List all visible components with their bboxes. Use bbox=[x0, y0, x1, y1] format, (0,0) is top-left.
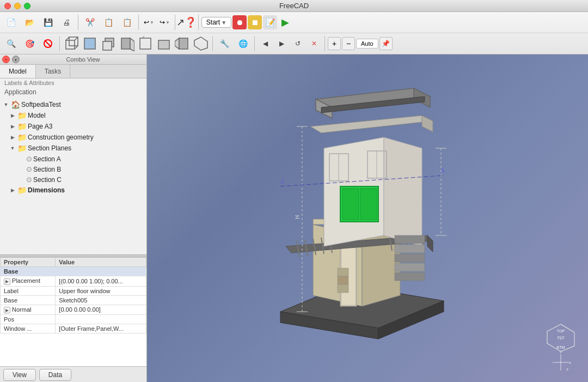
toggle-dimensions[interactable]: ▶ bbox=[9, 186, 16, 194]
prop-normal-value: [0.00 0.00 0.00] bbox=[56, 305, 146, 315]
svg-rect-14 bbox=[158, 40, 169, 49]
view-bottom-button[interactable] bbox=[155, 35, 173, 52]
nav-forward-button[interactable]: ▶ bbox=[274, 36, 289, 51]
section-a-label: Section A bbox=[33, 155, 61, 163]
tree-item-model[interactable]: ▶ 📁 Model bbox=[0, 110, 146, 121]
cut-button[interactable]: ✂️ bbox=[81, 14, 99, 31]
draw-style-button[interactable] bbox=[39, 35, 57, 52]
zoom-pin-button[interactable]: 📌 bbox=[379, 37, 393, 50]
nav-stop-button[interactable]: ✕ bbox=[307, 36, 322, 51]
macro-start-label: Start bbox=[206, 19, 220, 26]
toggle-construction[interactable]: ▶ bbox=[9, 134, 16, 141]
view-rear-button[interactable] bbox=[137, 35, 154, 52]
model-tree[interactable]: ▼ 🏠 SoftpediaTest ▶ 📁 Model ▶ 📁 Page A3 … bbox=[0, 97, 146, 254]
pointer-button[interactable]: ↗❓ bbox=[178, 14, 195, 31]
nav-refresh-button[interactable]: ↺ bbox=[290, 36, 305, 51]
copy-button[interactable]: 📋 bbox=[100, 14, 117, 31]
nav-back-button[interactable]: ◀ bbox=[258, 36, 273, 51]
tree-item-section-planes[interactable]: ▼ 📁 Section Planes bbox=[0, 143, 146, 154]
tree-item-softpedia[interactable]: ▼ 🏠 SoftpediaTest bbox=[0, 99, 146, 110]
combo-dock-button[interactable]: • bbox=[12, 56, 20, 63]
combo-close-button[interactable]: × bbox=[2, 56, 10, 63]
prop-row-placement: ▶ Placement [(0.00 0.00 1.00); 0.00... bbox=[1, 276, 146, 287]
tree-item-page-a3[interactable]: ▶ 📁 Page A3 bbox=[0, 121, 146, 132]
tree-app-label: Application bbox=[0, 87, 146, 97]
traffic-lights bbox=[4, 3, 30, 9]
save-button[interactable]: 💾 bbox=[39, 14, 57, 31]
macro-notes-button[interactable]: 📝 bbox=[263, 15, 277, 29]
paste-button[interactable]: 📋 bbox=[118, 14, 136, 31]
properties-table: Property Value Base ▶ Placement [(0.00 0… bbox=[0, 257, 146, 334]
print-button[interactable]: 🖨 bbox=[58, 14, 75, 31]
minimize-button[interactable] bbox=[14, 3, 21, 9]
open-button[interactable]: 📂 bbox=[21, 14, 38, 31]
data-tab-button[interactable]: Data bbox=[39, 369, 71, 381]
svg-marker-27 bbox=[427, 235, 433, 252]
tree-item-section-a[interactable]: ▶ ⊙ Section A bbox=[0, 154, 146, 164]
svg-rect-64 bbox=[338, 276, 348, 284]
separator-4 bbox=[198, 15, 199, 30]
svg-rect-2 bbox=[66, 40, 75, 49]
toggle-model[interactable]: ▶ bbox=[9, 112, 16, 119]
view-tab-button[interactable]: View bbox=[3, 369, 36, 381]
macro-stop-button[interactable]: ⏹ bbox=[248, 15, 262, 29]
navigation-cube[interactable]: xyz TOP BTM bbox=[544, 322, 577, 356]
zoom-plus-button[interactable]: + bbox=[328, 37, 341, 50]
toggle-section-planes[interactable]: ▼ bbox=[9, 144, 16, 152]
prop-pos-label: Pos bbox=[1, 315, 56, 324]
svg-rect-41 bbox=[342, 189, 359, 220]
prop-pos-value bbox=[56, 315, 146, 324]
view-top-button[interactable] bbox=[100, 35, 117, 52]
toggle-softpedia[interactable]: ▼ bbox=[2, 101, 10, 108]
normal-expand-button[interactable]: ▶ bbox=[4, 307, 10, 313]
svg-text:TOP: TOP bbox=[557, 329, 565, 333]
macro-record-button[interactable]: ⏺ bbox=[232, 15, 247, 29]
tree-section-label: Labels & Attributes bbox=[0, 78, 146, 87]
model-folder-icon: 📁 bbox=[17, 111, 27, 120]
view-axo-button[interactable] bbox=[192, 35, 210, 52]
svg-text:H: H bbox=[295, 215, 301, 219]
toolbar-container: 📄 📂 💾 🖨 ✂️ 📋 📋 ↩▼ ↪▼ ↗❓ Start ▼ ⏺ ⏹ 📝 ▶ … bbox=[0, 12, 588, 54]
softpedia-label: SoftpediaTest bbox=[21, 101, 61, 108]
placement-expand-button[interactable]: ▶ bbox=[4, 278, 10, 285]
redo-button[interactable]: ↪▼ bbox=[157, 17, 172, 28]
section-planes-folder-icon: 📁 bbox=[17, 144, 27, 153]
macro-dropdown-arrow[interactable]: ▼ bbox=[221, 20, 226, 26]
separator-8 bbox=[324, 36, 325, 51]
svg-line-4 bbox=[66, 37, 69, 40]
tab-tasks[interactable]: Tasks bbox=[36, 65, 71, 78]
view-right-button[interactable] bbox=[118, 35, 136, 52]
svg-rect-42 bbox=[360, 189, 377, 220]
macro-play-button[interactable]: ▶ bbox=[278, 15, 292, 29]
dimensions-folder-icon: 📁 bbox=[17, 186, 27, 195]
measure-button[interactable]: 🔧 bbox=[216, 35, 233, 52]
viewport[interactable]: H A A bbox=[147, 54, 588, 382]
tree-item-section-c[interactable]: ▶ ⊙ Section C bbox=[0, 174, 146, 185]
svg-text:A: A bbox=[280, 178, 285, 185]
new-button[interactable]: 📄 bbox=[2, 14, 20, 31]
construction-folder-icon: 📁 bbox=[17, 133, 27, 142]
svg-text:A: A bbox=[441, 167, 445, 174]
svg-rect-66 bbox=[395, 235, 425, 244]
tree-item-dimensions[interactable]: ▶ 📁 Dimensions bbox=[0, 185, 146, 196]
tree-item-construction[interactable]: ▶ 📁 Construction geometry bbox=[0, 132, 146, 143]
toggle-page-a3[interactable]: ▶ bbox=[9, 123, 16, 130]
fit-all-button[interactable]: 🔍 bbox=[2, 35, 20, 52]
combo-view-header: × • Combo View bbox=[0, 54, 146, 65]
macro-start-control[interactable]: Start ▼ bbox=[201, 17, 231, 28]
undo-button[interactable]: ↩▼ bbox=[142, 17, 156, 28]
close-button[interactable] bbox=[4, 3, 11, 9]
zoom-minus-button[interactable]: − bbox=[342, 37, 355, 50]
maximize-button[interactable] bbox=[24, 3, 30, 9]
view-left-button[interactable] bbox=[174, 35, 191, 52]
fit-selection-button[interactable]: 🎯 bbox=[21, 35, 38, 52]
tab-model[interactable]: Model bbox=[0, 65, 36, 78]
prop-window-value: [Outer Frame,Panel,W... bbox=[56, 324, 146, 334]
view-front-button[interactable] bbox=[81, 35, 99, 52]
globe-button[interactable]: 🌐 bbox=[234, 35, 252, 52]
tree-item-section-b[interactable]: ▶ ⊙ Section B bbox=[0, 164, 146, 174]
view-home-button[interactable] bbox=[63, 35, 80, 52]
section-c-icon: ⊙ bbox=[26, 175, 32, 184]
prop-base-label: Base bbox=[1, 295, 56, 305]
svg-marker-17 bbox=[194, 37, 207, 50]
